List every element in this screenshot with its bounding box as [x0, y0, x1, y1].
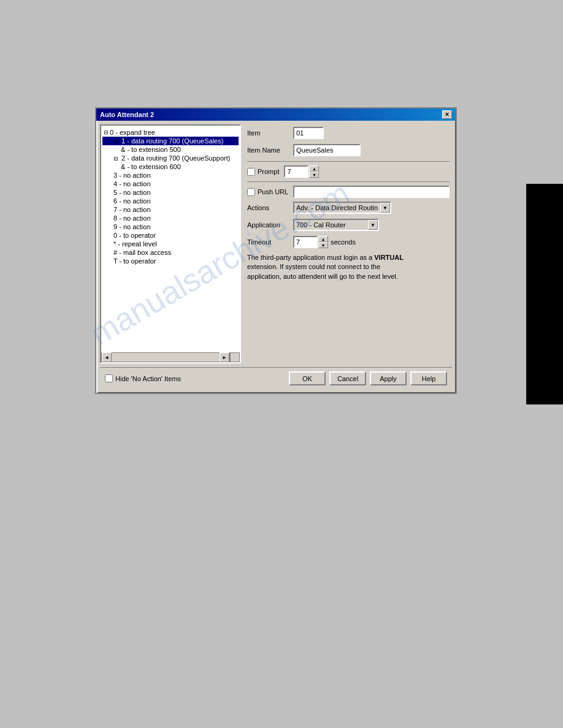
application-dropdown[interactable]: 700 - Cal Router None	[293, 219, 379, 231]
indent-6: 6 - no action	[104, 197, 151, 205]
indent-1: ⊟ 1 - data routing 700 (QueueSales)	[104, 137, 223, 145]
seconds-label: seconds	[331, 238, 356, 246]
actions-label: Actions	[247, 204, 293, 211]
indent-4: 4 - no action	[104, 180, 151, 188]
tree-label-7: 7 - no action	[113, 206, 151, 213]
indent-0: 0 - to operator	[104, 232, 156, 239]
prompt-spinner-buttons: ▲ ▼	[309, 165, 319, 178]
actions-dropdown[interactable]: Adv. - Data Directed Routing No Action G…	[293, 202, 391, 214]
prompt-row: Prompt ▲ ▼	[247, 165, 450, 178]
tree-label-8: 8 - no action	[113, 214, 151, 222]
tree-item-T[interactable]: T - to operator	[102, 257, 239, 265]
scroll-track[interactable]	[112, 353, 220, 362]
info-line3: application, auto attendent will go to t…	[247, 273, 398, 280]
push-url-row: Push URL	[247, 186, 450, 198]
item-row: Item	[247, 127, 450, 139]
tree-item-3[interactable]: 3 - no action	[102, 171, 239, 180]
bottom-buttons: OK Cancel Apply Help	[289, 371, 447, 385]
prompt-checkbox[interactable]	[247, 168, 255, 176]
tree-item-root[interactable]: ⊟ 0 - expand tree	[102, 128, 239, 137]
tree-item-2a[interactable]: & - to extension 600	[102, 162, 239, 171]
tree-item-1a[interactable]: & - to extension 500	[102, 145, 239, 154]
tree-label-star: * - repeat level	[113, 240, 157, 248]
prompt-down-btn[interactable]: ▼	[309, 172, 319, 178]
scroll-left-btn[interactable]: ◄	[102, 352, 112, 362]
item-name-input[interactable]	[293, 144, 361, 156]
actions-row: Actions Adv. - Data Directed Routing No …	[247, 202, 450, 214]
tree-item-1[interactable]: ⊟ 1 - data routing 700 (QueueSales)	[102, 137, 239, 145]
tree-label-5: 5 - no action	[113, 189, 151, 196]
tree-item-pound[interactable]: # - mail box access	[102, 248, 239, 257]
dialog-content: ⊟ 0 - expand tree ⊟ 1 - data routing 700…	[96, 121, 456, 393]
expand-icon-1: ⊟	[113, 138, 118, 145]
prompt-label: Prompt	[258, 168, 279, 175]
item-input[interactable]	[293, 127, 324, 139]
expand-icon-root: ⊟	[104, 129, 109, 135]
hide-no-action-checkbox[interactable]	[105, 374, 113, 382]
prompt-value-input[interactable]	[284, 165, 308, 178]
right-form: Item Item Name Prompt ▲	[245, 124, 452, 363]
title-bar-buttons: ✕	[442, 110, 452, 119]
push-url-checkbox[interactable]	[247, 188, 255, 196]
scroll-right-btn[interactable]: ►	[220, 352, 229, 362]
tree-item-0[interactable]: 0 - to operator	[102, 231, 239, 240]
tree-content: ⊟ 0 - expand tree ⊟ 1 - data routing 700…	[101, 126, 240, 268]
indent-1a: & - to extension 500	[104, 146, 181, 153]
timeout-value-input[interactable]	[293, 236, 318, 248]
application-dropdown-container: 700 - Cal Router None ▼	[293, 219, 379, 231]
indent-9: 9 - no action	[104, 223, 151, 230]
tree-item-5[interactable]: 5 - no action	[102, 188, 239, 197]
indent-star: * - repeat level	[104, 240, 157, 248]
tree-label-3: 3 - no action	[113, 172, 151, 179]
main-area: ⊟ 0 - expand tree ⊟ 1 - data routing 700…	[100, 124, 452, 363]
tree-label-0: 0 - to operator	[113, 232, 156, 239]
tree-label-1a: & - to extension 500	[121, 146, 181, 153]
tree-scrollbar-horizontal[interactable]: ◄ ►	[101, 352, 230, 362]
tree-panel: ⊟ 0 - expand tree ⊟ 1 - data routing 700…	[100, 124, 241, 363]
timeout-spinner: ▲ ▼ seconds	[293, 236, 356, 248]
indent-pound: # - mail box access	[104, 249, 171, 256]
timeout-spinner-buttons: ▲ ▼	[318, 236, 328, 248]
prompt-spinner: ▲ ▼	[284, 165, 319, 178]
item-name-label: Item Name	[247, 146, 293, 154]
timeout-down-btn[interactable]: ▼	[318, 242, 328, 248]
tree-label-T: T - to operator	[113, 257, 156, 265]
indent-2: ⊟ 2 - data routing 700 (QueueSupport)	[104, 154, 230, 162]
hide-no-action-label: Hide 'No Action' Items	[115, 375, 181, 382]
tree-item-star[interactable]: * - repeat level	[102, 240, 239, 248]
tree-item-7[interactable]: 7 - no action	[102, 205, 239, 214]
divider-2	[247, 181, 450, 182]
item-name-row: Item Name	[247, 144, 450, 156]
tree-label-pound: # - mail box access	[113, 249, 171, 256]
tree-label-1: 1 - data routing 700 (QueueSales)	[121, 137, 223, 145]
indent-7: 7 - no action	[104, 206, 151, 213]
tree-item-2[interactable]: ⊟ 2 - data routing 700 (QueueSupport)	[102, 154, 239, 162]
push-url-label: Push URL	[258, 188, 288, 195]
tree-item-9[interactable]: 9 - no action	[102, 222, 239, 231]
tree-item-4[interactable]: 4 - no action	[102, 180, 239, 188]
timeout-up-btn[interactable]: ▲	[318, 236, 328, 242]
apply-button[interactable]: Apply	[370, 371, 407, 385]
prompt-up-btn[interactable]: ▲	[309, 165, 319, 172]
bottom-bar: Hide 'No Action' Items OK Cancel Apply H…	[100, 367, 452, 389]
application-row: Application 700 - Cal Router None ▼	[247, 219, 450, 231]
tree-item-8[interactable]: 8 - no action	[102, 214, 239, 222]
tree-label-6: 6 - no action	[113, 197, 151, 205]
info-line2: extension. If system could not connect t…	[247, 263, 380, 270]
dialog-title: Auto Attendant 2	[100, 111, 154, 118]
tree-label-4: 4 - no action	[113, 180, 151, 188]
push-url-input[interactable]	[293, 186, 450, 198]
tree-label-9: 9 - no action	[113, 223, 151, 230]
right-panel	[526, 184, 563, 404]
hide-checkbox-area: Hide 'No Action' Items	[105, 374, 289, 382]
indent-8: 8 - no action	[104, 214, 151, 222]
help-button[interactable]: Help	[410, 371, 447, 385]
indent-T: T - to operator	[104, 257, 156, 265]
item-label: Item	[247, 129, 293, 137]
close-button[interactable]: ✕	[442, 110, 452, 119]
cancel-button[interactable]: Cancel	[329, 371, 366, 385]
tree-item-6[interactable]: 6 - no action	[102, 197, 239, 205]
application-label: Application	[247, 221, 293, 229]
ok-button[interactable]: OK	[289, 371, 326, 385]
expand-icon-2: ⊟	[113, 156, 118, 162]
